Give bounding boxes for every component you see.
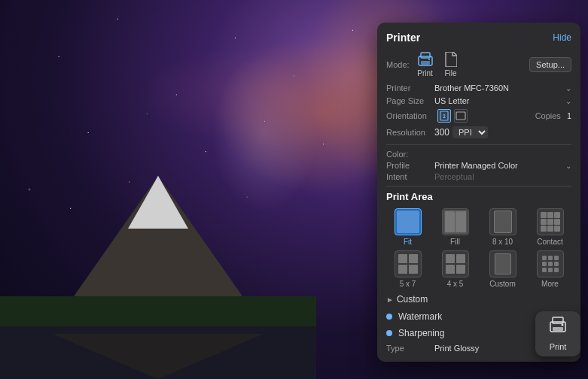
profile-label: Profile <box>386 161 431 170</box>
fill-cell <box>455 211 466 232</box>
resolution-label: Resolution <box>386 128 431 137</box>
portrait-orientation-button[interactable]: 1 2 <box>437 109 451 123</box>
print-button-label: Print <box>550 342 567 351</box>
fit-thumb <box>395 208 422 235</box>
print-button-container: Print <box>535 311 580 356</box>
mountain-illustration <box>0 116 316 379</box>
custom-chevron-icon: ► <box>386 296 394 304</box>
color-section: Color: Profile Printer Managed Color ⌄ I… <box>386 150 571 181</box>
c-cell <box>547 226 553 232</box>
profile-row: Profile Printer Managed Color ⌄ <box>386 161 571 170</box>
m-cell <box>554 268 559 272</box>
print-button-icon <box>548 317 568 339</box>
area-custom[interactable]: Custom <box>481 250 524 288</box>
m-cell <box>542 262 547 266</box>
type-label: Type <box>386 344 431 353</box>
5x7-thumb-inner <box>397 253 419 275</box>
mode-file[interactable]: File <box>443 51 459 77</box>
mode-label: Mode: <box>386 60 410 69</box>
mode-icon-group: Print File <box>417 51 459 77</box>
custom-thumb <box>489 250 516 277</box>
c-cell <box>547 212 553 218</box>
resolution-unit-select[interactable]: PPI DPI <box>452 126 488 138</box>
4x5-thumb <box>442 250 469 277</box>
area-fill[interactable]: Fill <box>434 208 477 246</box>
intent-row: Intent Perceptual <box>386 172 571 181</box>
svg-marker-3 <box>128 176 188 229</box>
print-button[interactable]: Print <box>535 311 580 356</box>
4x5-cell <box>456 265 465 274</box>
color-label: Color: <box>386 150 571 159</box>
printer-value: Brother MFC-7360N <box>434 83 562 92</box>
hide-button[interactable]: Hide <box>553 32 571 43</box>
area-contact[interactable]: Contact <box>529 208 571 246</box>
area-8x10[interactable]: 8 x 10 <box>481 208 524 246</box>
more-thumb-inner <box>540 253 561 274</box>
fill-label: Fill <box>450 238 460 246</box>
mode-print[interactable]: Print <box>417 51 434 77</box>
svg-rect-14 <box>456 112 465 120</box>
m-cell <box>554 262 559 266</box>
5x7-thumb <box>395 250 422 277</box>
svg-text:2: 2 <box>443 114 446 119</box>
intent-value: Perceptual <box>434 172 474 181</box>
printer-icon <box>417 51 434 68</box>
page-size-value: US Letter <box>434 96 562 105</box>
orientation-label: Orientation <box>386 111 431 120</box>
setup-button[interactable]: Setup... <box>529 57 571 72</box>
m-cell <box>548 262 553 266</box>
m-cell <box>548 256 553 260</box>
c-cell <box>541 212 547 218</box>
4x5-cell <box>446 265 455 274</box>
svg-rect-17 <box>553 317 563 323</box>
landscape-orientation-button[interactable] <box>454 109 468 123</box>
contact-label: Contact <box>537 238 562 246</box>
mode-print-label: Print <box>417 69 433 77</box>
more-thumb <box>537 250 564 277</box>
8x10-thumb-inner <box>494 211 512 233</box>
intent-label: Intent <box>386 172 431 181</box>
m-cell <box>542 256 547 260</box>
profile-dropdown-arrow[interactable]: ⌄ <box>565 162 571 170</box>
copies-label: Copies <box>535 111 561 120</box>
fill-thumb-inner <box>443 210 468 234</box>
svg-rect-16 <box>553 327 563 331</box>
print-area-section: Print Area Fit Fill <box>386 191 571 305</box>
contact-thumb-inner <box>539 211 562 233</box>
orientation-icons: 1 2 <box>437 109 468 123</box>
area-fit[interactable]: Fit <box>386 208 429 246</box>
fill-cell <box>445 211 455 232</box>
watermark-dot <box>386 314 392 320</box>
c-cell <box>541 219 547 225</box>
5x7-cell <box>398 254 407 263</box>
area-more[interactable]: More <box>529 250 571 288</box>
c-cell <box>541 226 547 232</box>
fit-thumb-inner <box>397 211 419 233</box>
5x7-cell <box>409 254 418 263</box>
8x10-thumb <box>489 208 516 235</box>
custom-label: Custom <box>489 280 515 288</box>
fill-thumb <box>442 208 469 235</box>
mode-file-label: File <box>445 69 457 77</box>
c-cell <box>554 226 560 232</box>
custom-expand-label: Custom <box>397 294 428 305</box>
panel-header: Printer Hide <box>386 32 571 44</box>
printer-dropdown-arrow[interactable]: ⌄ <box>565 84 571 92</box>
page-size-dropdown-arrow[interactable]: ⌄ <box>565 97 571 105</box>
4x5-cell <box>446 254 455 263</box>
file-icon <box>443 51 459 68</box>
custom-expand-row[interactable]: ► Custom <box>386 294 571 305</box>
svg-rect-9 <box>421 53 430 58</box>
resolution-value: 300 <box>434 127 449 138</box>
printer-label: Printer <box>386 83 431 92</box>
c-cell <box>554 219 560 225</box>
svg-point-10 <box>428 59 430 60</box>
orientation-field-row: Orientation 1 2 Copies 1 <box>386 109 571 123</box>
5x7-cell <box>398 265 407 274</box>
print-area-grid: Fit Fill 8 x 10 <box>386 208 571 288</box>
area-4x5[interactable]: 4 x 5 <box>434 250 477 288</box>
more-label: More <box>541 280 559 288</box>
printer-field-row: Printer Brother MFC-7360N ⌄ <box>386 83 571 92</box>
area-5x7[interactable]: 5 x 7 <box>386 250 429 288</box>
copies-value: 1 <box>567 111 571 120</box>
